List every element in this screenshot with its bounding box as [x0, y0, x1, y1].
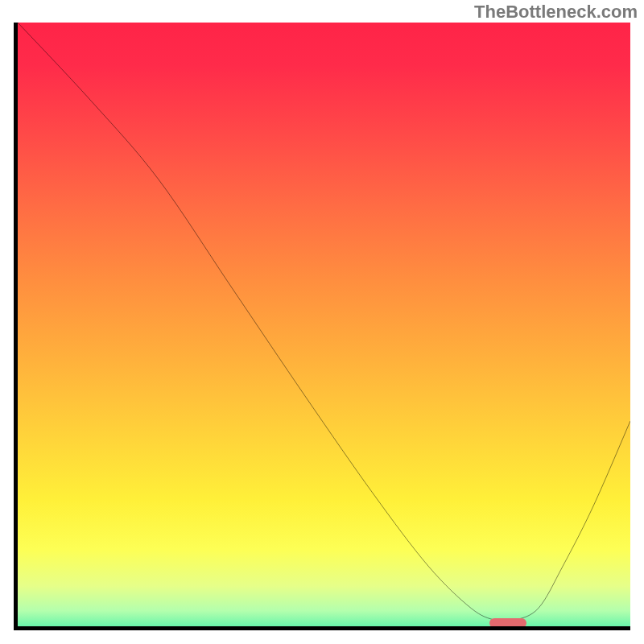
chart-frame: TheBottleneck.com: [0, 0, 644, 644]
watermark-text: TheBottleneck.com: [474, 2, 638, 23]
optimal-range-marker: [489, 618, 526, 628]
bottleneck-curve: [18, 23, 630, 626]
chart-plot-area: [14, 23, 630, 630]
